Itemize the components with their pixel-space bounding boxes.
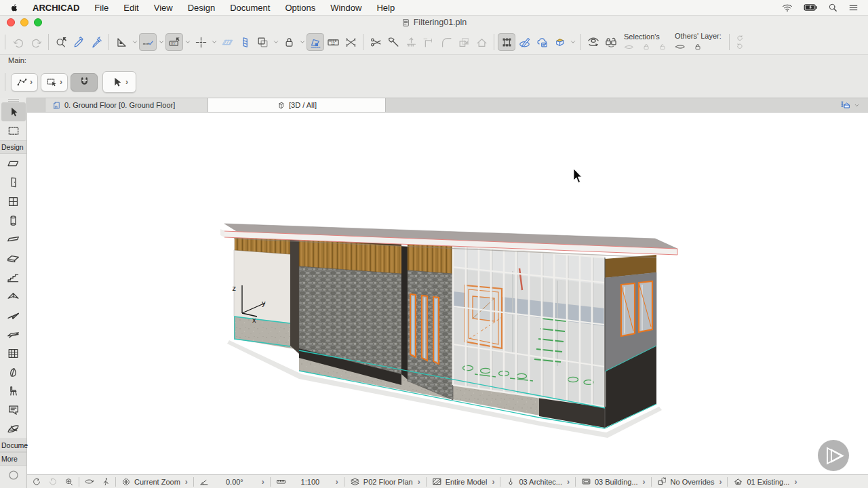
undo-button[interactable] bbox=[9, 33, 27, 51]
set-square-button[interactable] bbox=[113, 33, 130, 51]
arrow-tool-button[interactable]: › bbox=[102, 71, 136, 93]
menu-window[interactable]: Window bbox=[323, 3, 369, 13]
menu-app-name[interactable]: ARCHICAD bbox=[25, 3, 87, 13]
morph-tool[interactable] bbox=[1, 420, 26, 439]
pen-set-control[interactable]: 03 Architec... › bbox=[502, 477, 574, 487]
door-tool[interactable] bbox=[1, 173, 26, 192]
split-button[interactable] bbox=[367, 33, 384, 51]
menu-help[interactable]: Help bbox=[369, 3, 402, 13]
trim-button[interactable] bbox=[420, 33, 437, 51]
suspend-groups-button[interactable] bbox=[280, 33, 298, 51]
close-window-button[interactable] bbox=[7, 18, 15, 26]
toggle-lock-button[interactable] bbox=[602, 33, 620, 51]
snap-grid-button[interactable] bbox=[192, 33, 210, 51]
set-square-dropdown[interactable] bbox=[130, 33, 139, 51]
beam-tool[interactable] bbox=[1, 230, 26, 249]
menu-view[interactable]: View bbox=[146, 3, 180, 13]
menu-edit[interactable]: Edit bbox=[116, 3, 146, 13]
spotlight-button[interactable] bbox=[828, 3, 837, 12]
arrow-tool[interactable] bbox=[1, 102, 26, 121]
zoom-window-button[interactable] bbox=[34, 18, 42, 26]
shell-tool[interactable] bbox=[1, 306, 26, 325]
toolbox-group-more[interactable]: More bbox=[0, 452, 26, 466]
find-select-button[interactable] bbox=[52, 33, 70, 51]
zoom-preset-control[interactable]: Current Zoom › bbox=[117, 477, 192, 487]
skewed-grid-button[interactable] bbox=[218, 33, 236, 51]
surface-painter-button[interactable] bbox=[551, 33, 568, 51]
tab-3d-all[interactable]: [3D / All] bbox=[208, 98, 386, 112]
object-tool[interactable] bbox=[1, 382, 26, 401]
toggle-visibility-button[interactable] bbox=[585, 33, 602, 51]
guide-lines-button[interactable] bbox=[139, 33, 157, 51]
zoom-in-button[interactable] bbox=[61, 477, 77, 487]
surface-painter-dropdown[interactable] bbox=[568, 33, 577, 51]
roof-tool[interactable] bbox=[1, 287, 26, 306]
notification-center-button[interactable] bbox=[848, 3, 859, 13]
tab-ground-floor[interactable]: 0. Ground Floor [0. Ground Floor] bbox=[45, 98, 208, 112]
window-tool[interactable] bbox=[1, 192, 26, 211]
redo-button[interactable] bbox=[27, 33, 45, 51]
help-circle-icon[interactable] bbox=[1, 466, 26, 485]
tracker-coordinates-button[interactable]: XY: bbox=[165, 33, 183, 51]
column-tool[interactable] bbox=[1, 211, 26, 230]
trace-reference-dropdown[interactable] bbox=[271, 33, 280, 51]
pick-up-parameters-button[interactable] bbox=[70, 33, 87, 51]
rotate-ccw-button[interactable] bbox=[736, 42, 744, 50]
navigator-popup-button[interactable] bbox=[832, 98, 868, 112]
suspend-groups-dropdown[interactable] bbox=[298, 33, 307, 51]
marquee-restrict-button[interactable] bbox=[342, 33, 359, 51]
menu-document[interactable]: Document bbox=[222, 3, 277, 13]
scale-control[interactable]: 1:100 › bbox=[272, 476, 342, 487]
explore-walk-button[interactable] bbox=[98, 477, 114, 487]
freehand-sketch-button[interactable] bbox=[515, 33, 533, 51]
toolbox-group-document[interactable]: Docume bbox=[0, 439, 26, 452]
measure-button[interactable]: 12 bbox=[324, 33, 342, 51]
intersect-button[interactable] bbox=[402, 33, 420, 51]
viewport-canvas[interactable]: z y x bbox=[28, 113, 868, 474]
graphic-overrides-control[interactable]: No Overrides › bbox=[653, 476, 726, 487]
pet-palette-button[interactable]: › bbox=[11, 73, 38, 92]
fillet-chamfer-button[interactable] bbox=[437, 33, 455, 51]
editing-plane-button[interactable] bbox=[236, 33, 254, 51]
toolbar-drag-handle[interactable] bbox=[5, 35, 5, 49]
window-title-bar[interactable]: Filtering01.pln bbox=[0, 15, 868, 30]
selection-unlock-button[interactable] bbox=[658, 43, 667, 51]
resize-button[interactable] bbox=[455, 33, 473, 51]
others-layer-show-button[interactable] bbox=[675, 41, 686, 52]
inject-parameters-button[interactable] bbox=[87, 33, 105, 51]
curtain-wall-tool[interactable] bbox=[1, 344, 26, 363]
marquee-tool[interactable] bbox=[1, 121, 26, 140]
toolbox-grip[interactable] bbox=[8, 99, 19, 102]
mesh-tool[interactable] bbox=[1, 325, 26, 344]
snap-grid-dropdown[interactable] bbox=[210, 33, 218, 51]
selection-show-button[interactable] bbox=[624, 42, 634, 52]
palette-drag-handle[interactable] bbox=[5, 73, 5, 91]
others-layer-lock-button[interactable] bbox=[694, 43, 702, 51]
3d-model-view[interactable]: z y x bbox=[28, 113, 868, 474]
magic-wand-button[interactable] bbox=[307, 33, 324, 51]
magnet-snap-button[interactable] bbox=[71, 73, 98, 92]
edit-selection-set-button[interactable] bbox=[498, 33, 515, 51]
toolbox-group-design[interactable]: Design bbox=[0, 140, 26, 154]
menu-file[interactable]: File bbox=[87, 3, 116, 13]
menu-design[interactable]: Design bbox=[180, 3, 222, 13]
stair-tool[interactable] bbox=[1, 268, 26, 287]
adjust-button[interactable] bbox=[384, 33, 402, 51]
marquee-options-button[interactable]: › bbox=[41, 73, 68, 92]
tracker-dropdown[interactable] bbox=[183, 33, 192, 51]
forward-button[interactable] bbox=[45, 477, 61, 487]
slab-tool[interactable] bbox=[1, 249, 26, 268]
markup-tools-button[interactable] bbox=[533, 33, 551, 51]
renovation-filter-control[interactable]: 01 Existing... › bbox=[729, 476, 801, 487]
apple-menu[interactable] bbox=[9, 3, 20, 13]
model-view-options-control[interactable]: 03 Building... › bbox=[577, 476, 650, 487]
structure-display-control[interactable]: Entire Model › bbox=[428, 476, 499, 487]
battery-status[interactable] bbox=[804, 1, 817, 14]
minimize-window-button[interactable] bbox=[20, 18, 28, 26]
selection-lock-button[interactable] bbox=[642, 43, 650, 51]
wifi-status[interactable] bbox=[782, 2, 793, 13]
layer-combination-control[interactable]: P02 Floor Plan › bbox=[346, 476, 425, 487]
freeform-shell-tool[interactable] bbox=[1, 363, 26, 382]
orientation-control[interactable]: 0.00° › bbox=[195, 477, 269, 487]
back-button[interactable] bbox=[28, 477, 45, 487]
